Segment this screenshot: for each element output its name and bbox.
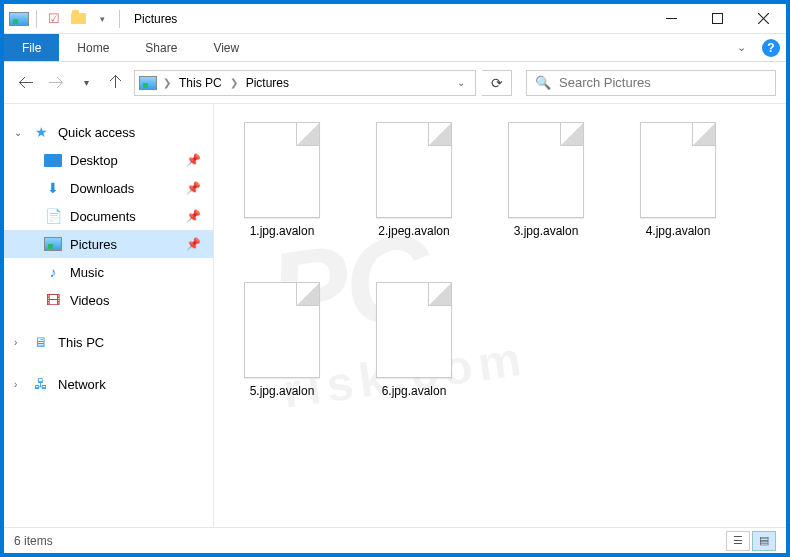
sidebar-item-label: Documents — [70, 209, 136, 224]
search-input[interactable] — [559, 75, 767, 90]
sidebar-quick-access[interactable]: ⌄ ★ Quick access — [4, 118, 213, 146]
svg-rect-1 — [712, 14, 722, 24]
sidebar-item-pictures[interactable]: Pictures 📌 — [4, 230, 213, 258]
sidebar-network[interactable]: › 🖧 Network — [4, 370, 213, 398]
sidebar-label: Quick access — [58, 125, 135, 140]
videos-icon: 🎞 — [44, 291, 62, 309]
search-box[interactable]: 🔍 — [526, 70, 776, 96]
file-thumbnail — [244, 282, 320, 378]
caret-right-icon[interactable]: › — [14, 337, 17, 348]
file-name: 1.jpg.avalon — [250, 224, 315, 240]
pin-icon: 📌 — [186, 209, 201, 223]
location-icon — [139, 74, 157, 92]
minimize-button[interactable] — [648, 4, 694, 34]
address-bar[interactable]: ❯ This PC ❯ Pictures ⌄ — [134, 70, 476, 96]
tab-share[interactable]: Share — [127, 34, 195, 61]
qat: ☑ ▾ — [4, 8, 128, 30]
app-icon[interactable] — [8, 8, 30, 30]
pin-icon: 📌 — [186, 181, 201, 195]
sidebar-this-pc[interactable]: › 🖥 This PC — [4, 328, 213, 356]
downloads-icon: ⬇ — [44, 179, 62, 197]
qat-dropdown-icon[interactable]: ▾ — [91, 8, 113, 30]
ribbon-expand-icon[interactable]: ⌄ — [726, 34, 756, 61]
search-icon: 🔍 — [535, 75, 551, 90]
file-name: 2.jpeg.avalon — [378, 224, 449, 240]
sidebar-label: Network — [58, 377, 106, 392]
file-item[interactable]: 1.jpg.avalon — [226, 122, 338, 272]
separator — [36, 10, 37, 28]
sidebar-item-videos[interactable]: 🎞 Videos — [4, 286, 213, 314]
help-icon: ? — [762, 39, 780, 57]
sidebar-item-documents[interactable]: 📄 Documents 📌 — [4, 202, 213, 230]
item-count: 6 items — [14, 534, 53, 548]
close-button[interactable] — [740, 4, 786, 34]
separator — [119, 10, 120, 28]
chevron-right-icon[interactable]: ❯ — [163, 77, 171, 88]
file-thumbnail — [244, 122, 320, 218]
file-list[interactable]: 1.jpg.avalon2.jpeg.avalon3.jpg.avalon4.j… — [214, 104, 786, 527]
file-thumbnail — [376, 122, 452, 218]
file-item[interactable]: 4.jpg.avalon — [622, 122, 734, 272]
help-button[interactable]: ? — [756, 34, 786, 61]
sidebar-item-label: Downloads — [70, 181, 134, 196]
file-thumbnail — [376, 282, 452, 378]
ribbon-tabs: File Home Share View ⌄ ? — [4, 34, 786, 62]
file-name: 6.jpg.avalon — [382, 384, 447, 400]
view-details-button[interactable]: ☰ — [726, 531, 750, 551]
file-name: 5.jpg.avalon — [250, 384, 315, 400]
file-tab[interactable]: File — [4, 34, 59, 61]
file-name: 4.jpg.avalon — [646, 224, 711, 240]
music-icon: ♪ — [44, 263, 62, 281]
file-thumbnail — [508, 122, 584, 218]
refresh-button[interactable]: ⟳ — [482, 70, 512, 96]
documents-icon: 📄 — [44, 207, 62, 225]
sidebar-item-desktop[interactable]: Desktop 📌 — [4, 146, 213, 174]
window-title: Pictures — [128, 12, 177, 26]
tab-home[interactable]: Home — [59, 34, 127, 61]
tab-view[interactable]: View — [195, 34, 257, 61]
file-item[interactable]: 3.jpg.avalon — [490, 122, 602, 272]
navigation-bar: 🡠 🡢 ▾ 🡡 ❯ This PC ❯ Pictures ⌄ ⟳ 🔍 — [4, 62, 786, 104]
desktop-icon — [44, 154, 62, 167]
forward-button[interactable]: 🡢 — [44, 71, 68, 95]
pictures-icon — [44, 235, 62, 253]
star-icon: ★ — [32, 123, 50, 141]
chevron-right-icon[interactable]: ❯ — [230, 77, 238, 88]
sidebar-item-music[interactable]: ♪ Music — [4, 258, 213, 286]
file-item[interactable]: 5.jpg.avalon — [226, 282, 338, 432]
qat-properties-icon[interactable]: ☑ — [43, 8, 65, 30]
title-bar: ☑ ▾ Pictures — [4, 4, 786, 34]
address-dropdown-icon[interactable]: ⌄ — [451, 77, 471, 88]
back-button[interactable]: 🡠 — [14, 71, 38, 95]
breadcrumb-current[interactable]: Pictures — [244, 76, 291, 90]
up-button[interactable]: 🡡 — [104, 71, 128, 95]
sidebar-item-label: Videos — [70, 293, 110, 308]
caret-down-icon[interactable]: ⌄ — [14, 127, 22, 138]
caret-right-icon[interactable]: › — [14, 379, 17, 390]
qat-newfolder-icon[interactable] — [67, 8, 89, 30]
sidebar-item-label: Desktop — [70, 153, 118, 168]
explorer-window: ☑ ▾ Pictures File Home Share View ⌄ ? 🡠 … — [4, 4, 786, 553]
sidebar-item-downloads[interactable]: ⬇ Downloads 📌 — [4, 174, 213, 202]
recent-dropdown-icon[interactable]: ▾ — [74, 71, 98, 95]
network-icon: 🖧 — [32, 375, 50, 393]
navigation-pane: ⌄ ★ Quick access Desktop 📌 ⬇ Downloads 📌… — [4, 104, 214, 527]
breadcrumb-root[interactable]: This PC — [177, 76, 224, 90]
file-thumbnail — [640, 122, 716, 218]
maximize-button[interactable] — [694, 4, 740, 34]
pin-icon: 📌 — [186, 237, 201, 251]
body: PCrisk.com ⌄ ★ Quick access Desktop 📌 ⬇ … — [4, 104, 786, 527]
status-bar: 6 items ☰ ▤ — [4, 527, 786, 553]
sidebar-item-label: Pictures — [70, 237, 117, 252]
file-item[interactable]: 6.jpg.avalon — [358, 282, 470, 432]
sidebar-item-label: Music — [70, 265, 104, 280]
view-thumbnails-button[interactable]: ▤ — [752, 531, 776, 551]
file-name: 3.jpg.avalon — [514, 224, 579, 240]
pin-icon: 📌 — [186, 153, 201, 167]
computer-icon: 🖥 — [32, 333, 50, 351]
file-item[interactable]: 2.jpeg.avalon — [358, 122, 470, 272]
sidebar-label: This PC — [58, 335, 104, 350]
